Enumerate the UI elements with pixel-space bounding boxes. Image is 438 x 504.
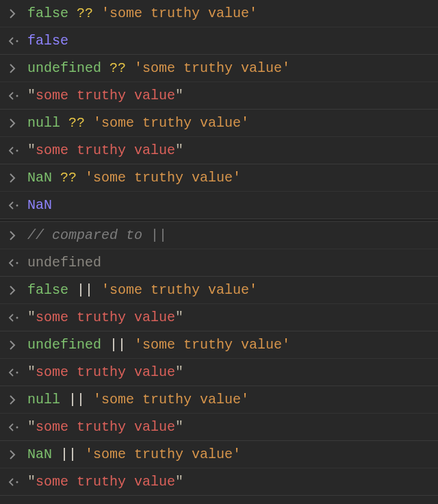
- code-token: false: [27, 4, 68, 23]
- console-input-row[interactable]: undefined ?? 'some truthy value': [0, 55, 438, 82]
- code-token: ": [27, 418, 36, 436]
- code-token: [126, 59, 134, 77]
- console-input-row[interactable]: false || 'some truthy value': [0, 277, 438, 304]
- console-output-value: "some truthy value": [27, 141, 183, 160]
- code-token: ": [27, 473, 36, 491]
- code-token: [60, 114, 68, 132]
- console-output-row: "some truthy value": [0, 137, 438, 164]
- console-output-row: "some truthy value": [0, 82, 438, 110]
- svg-point-4: [16, 262, 18, 264]
- console-input-row[interactable]: false ?? 'some truthy value': [0, 0, 438, 27]
- code-token: ": [175, 308, 183, 327]
- chevron-right-icon: [5, 395, 27, 405]
- console-output-row: "some truthy value": [0, 468, 438, 496]
- devtools-console: false ?? 'some truthy value'falseundefin…: [0, 0, 438, 496]
- code-token: ||: [60, 390, 93, 409]
- code-token: some truthy value: [36, 418, 175, 436]
- console-input-code: NaN || 'some truthy value': [27, 445, 241, 464]
- svg-point-8: [16, 481, 18, 483]
- return-arrow-icon: [5, 313, 27, 323]
- svg-point-6: [16, 371, 18, 373]
- code-token: [77, 168, 85, 187]
- code-token: ": [175, 86, 183, 105]
- chevron-right-icon: [5, 450, 27, 459]
- code-token: 'some truthy value': [134, 336, 290, 354]
- code-token: some truthy value: [36, 473, 175, 491]
- code-token: 'some truthy value': [93, 114, 249, 132]
- return-arrow-icon: [5, 36, 27, 46]
- code-token: ??: [110, 59, 126, 77]
- code-token: NaN: [27, 196, 52, 214]
- chevron-right-icon: [5, 340, 27, 350]
- console-input-code: // compared to ||: [27, 226, 167, 244]
- code-token: NaN: [27, 168, 52, 187]
- code-token: undefined: [27, 253, 101, 272]
- console-output-row: "some truthy value": [0, 359, 438, 386]
- console-output-row: false: [0, 27, 438, 55]
- svg-point-1: [16, 94, 18, 97]
- console-input-row[interactable]: undefined || 'some truthy value': [0, 331, 438, 359]
- chevron-right-icon: [5, 173, 27, 183]
- console-input-row[interactable]: null || 'some truthy value': [0, 386, 438, 414]
- return-arrow-icon: [5, 201, 27, 210]
- return-arrow-icon: [5, 91, 27, 101]
- code-token: ": [27, 308, 36, 327]
- code-token: ??: [77, 4, 93, 23]
- code-token: // compared to ||: [27, 226, 167, 244]
- console-output-value: "some truthy value": [27, 308, 183, 327]
- code-token: [52, 168, 60, 187]
- return-arrow-icon: [5, 368, 27, 377]
- console-input-row[interactable]: null ?? 'some truthy value': [0, 110, 438, 137]
- console-input-row[interactable]: // compared to ||: [0, 222, 438, 249]
- code-token: ": [175, 473, 183, 491]
- console-output-value: "some truthy value": [27, 86, 183, 105]
- code-token: undefined: [27, 336, 101, 354]
- console-output-value: "some truthy value": [27, 363, 183, 381]
- chevron-right-icon: [5, 286, 27, 295]
- code-token: 'some truthy value': [101, 281, 257, 299]
- code-token: [93, 4, 101, 23]
- console-output-value: "some truthy value": [27, 473, 183, 491]
- svg-point-2: [16, 149, 18, 151]
- console-output-value: NaN: [27, 196, 52, 214]
- code-token: ": [27, 363, 36, 381]
- code-token: ||: [52, 445, 85, 464]
- console-output-value: undefined: [27, 253, 101, 272]
- code-token: ": [175, 363, 183, 381]
- code-token: null: [27, 114, 60, 132]
- console-output-row: NaN: [0, 192, 438, 219]
- code-token: ": [27, 141, 36, 160]
- chevron-right-icon: [5, 118, 27, 128]
- code-token: ??: [60, 168, 77, 187]
- console-input-code: null ?? 'some truthy value': [27, 114, 249, 132]
- code-token: NaN: [27, 445, 52, 464]
- chevron-right-icon: [5, 9, 27, 18]
- code-token: some truthy value: [36, 86, 175, 105]
- console-input-row[interactable]: NaN ?? 'some truthy value': [0, 164, 438, 192]
- code-token: 'some truthy value': [93, 390, 249, 409]
- code-token: undefined: [27, 59, 101, 77]
- svg-point-0: [16, 40, 18, 42]
- code-token: ": [175, 141, 183, 160]
- return-arrow-icon: [5, 477, 27, 487]
- code-token: some truthy value: [36, 141, 175, 160]
- svg-point-3: [16, 204, 18, 206]
- console-input-code: false || 'some truthy value': [27, 281, 257, 299]
- console-output-row: "some truthy value": [0, 304, 438, 331]
- code-token: ": [175, 418, 183, 436]
- code-token: 'some truthy value': [85, 168, 241, 187]
- code-token: ||: [101, 336, 134, 354]
- console-input-row[interactable]: NaN || 'some truthy value': [0, 441, 438, 468]
- svg-point-5: [16, 316, 18, 318]
- code-token: some truthy value: [36, 363, 175, 381]
- console-output-row: undefined: [0, 249, 438, 277]
- console-output-value: "some truthy value": [27, 418, 183, 436]
- code-token: false: [27, 281, 68, 299]
- code-token: [68, 4, 77, 23]
- svg-point-7: [16, 426, 18, 428]
- code-token: some truthy value: [36, 308, 175, 327]
- console-output-value: false: [27, 32, 68, 50]
- console-output-row: "some truthy value": [0, 414, 438, 441]
- return-arrow-icon: [5, 146, 27, 155]
- code-token: ||: [68, 281, 101, 299]
